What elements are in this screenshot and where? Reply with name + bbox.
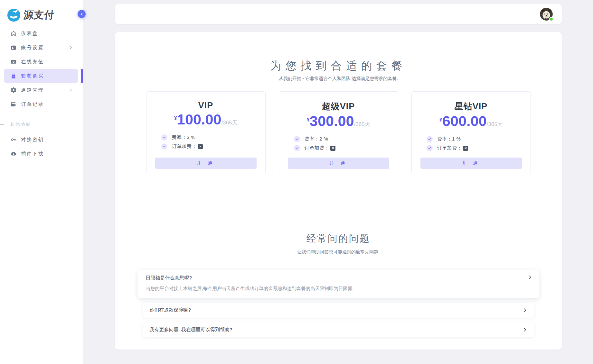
sidebar-item-main-5[interactable]: 订单记录 [4,97,78,111]
plan-period: /365天 [221,120,238,126]
feature-row: 费率：3 % [161,134,265,141]
check-icon [428,146,431,150]
plan-name: 超级VIP [279,101,398,112]
currency-symbol: ¥ [439,117,442,123]
plan-period: /365天 [354,121,370,127]
online-status-dot [549,17,553,21]
check-icon [295,146,299,150]
x-square-icon [198,144,203,149]
user-avatar[interactable] [540,8,553,21]
check-circle [294,136,300,142]
plan-card-2: 星钻VIP¥600.00/365天费率：1 %订单加费：开 通 [411,91,531,174]
sidebar-item-extra-1[interactable]: 插件下载 [4,147,78,161]
plan-name: 星钻VIP [412,101,531,112]
sidebar-item-main-3[interactable]: 套餐购买 [4,69,78,83]
check-circle [161,143,167,150]
check-icon [163,136,166,139]
pricing-plans: VIP¥100.00/365天费率：3 %订单加费：开 通超级VIP¥300.0… [115,91,562,174]
check-icon [295,137,299,141]
chevron-right-icon [528,275,532,280]
feature-label: 订单加费： [305,145,330,151]
faq-question: 日限额是什么意思呢? [146,275,531,281]
check-icon [163,145,166,148]
plan-features: 费率：3 %订单加费： [161,134,265,150]
sidebar-item-main-4[interactable]: 通道管理 [4,83,78,97]
sidebar-item-main-0[interactable]: 仪表盘 [4,26,78,41]
x-icon [199,145,202,148]
x-icon [332,147,334,150]
sidebar-item-main-2[interactable]: 在线充值 [4,55,78,69]
sidebar-section-label: 其他功能 [10,122,31,127]
chevron-right-icon [522,327,527,332]
gear-icon [10,87,17,93]
check-circle [294,145,300,151]
faq-question: 我有更多问题. 我在哪里可以得到帮助? [150,327,232,333]
recharge-icon [10,59,17,65]
faq-item-2[interactable]: 我有更多问题. 我在哪里可以得到帮助? [143,322,534,337]
check-circle [427,136,433,142]
feature-label: 订单加费： [437,145,462,151]
feature-row: 费率：1 % [427,136,531,142]
plan-card-0: VIP¥100.00/365天费率：3 %订单加费：开 通 [146,91,266,174]
section-dash [0,124,4,125]
check-icon [428,137,431,141]
faq-answer: 当您的平台对接上本站之后,每个用户当天所产生成功订单的金额总和达到套餐的当天限制… [146,286,531,292]
currency-symbol: ¥ [174,115,177,122]
sidebar-collapse-button[interactable] [78,10,86,18]
x-square-icon [330,146,335,151]
feature-row: 订单加费： [161,143,265,150]
home-icon [10,30,17,37]
x-icon [464,147,467,150]
sidebar-section: 其他功能 [0,122,83,127]
sidebar-item-extra-0[interactable]: 对接密钥 [4,132,78,147]
logo-text: 源支付 [23,8,55,22]
faq-title: 经常问的问题 [115,232,562,245]
plan-price: 300.00 [310,113,354,129]
faq-item-0[interactable]: 日限额是什么意思呢?当您的平台对接上本站之后,每个用户当天所产生成功订单的金额总… [138,270,539,298]
feature-label: 费率：2 % [305,136,328,142]
sidebar-item-label: 在线充值 [21,59,44,65]
chevron-right-icon [522,308,527,313]
check-circle [427,145,433,151]
faq-question: 你们有退款保障嘛? [150,307,191,313]
feature-label: 费率：1 % [437,136,461,142]
chevron-right-icon [69,46,73,50]
sidebar-item-label: 订单记录 [21,101,44,107]
sidebar-item-main-1[interactable]: 账号设置 [4,41,78,55]
plan-price-row: ¥600.00/365天 [412,113,531,130]
feature-row: 订单加费： [427,145,531,151]
wallet-icon [10,101,17,107]
cloud-download-icon [10,150,17,157]
feature-label: 费率：3 % [172,134,196,141]
feature-label: 订单加费： [172,143,197,150]
plan-name: VIP [146,101,265,111]
plan-price: 600.00 [442,113,487,129]
sidebar: 源支付 仪表盘账号设置在线充值套餐购买通道管理订单记录其他功能对接密钥插件下载 [0,0,83,364]
sidebar-menu: 仪表盘账号设置在线充值套餐购买通道管理订单记录其他功能对接密钥插件下载 [0,26,83,161]
plan-price: 100.00 [177,111,221,128]
brand-logo-icon [6,8,21,23]
key-icon [10,136,17,143]
plan-features: 费率：2 %订单加费： [294,136,398,151]
plan-features: 费率：1 %订单加费： [427,136,531,151]
plan-price-row: ¥300.00/365天 [279,113,398,130]
sidebar-item-label: 插件下载 [21,151,44,157]
logo-link[interactable]: 源支付 [6,8,54,23]
open-plan-button[interactable]: 开 通 [155,158,257,169]
plan-price-row: ¥100.00/365天 [146,111,265,128]
currency-symbol: ¥ [306,117,309,123]
chevron-right-icon [69,88,73,92]
feature-row: 订单加费： [294,145,398,151]
open-plan-button[interactable]: 开 通 [420,158,522,169]
sidebar-item-label: 套餐购买 [21,73,44,79]
check-circle [161,134,167,141]
shopping-bag-icon [10,73,17,79]
faq-item-1[interactable]: 你们有退款保障嘛? [143,303,534,318]
main-panel: 为您找到合适的套餐 从我们开始 - 它非常适合个人和团队.选择满足您需求的套餐.… [115,32,562,350]
sidebar-item-label: 仪表盘 [21,31,38,37]
faq-list: 日限额是什么意思呢?当您的平台对接上本站之后,每个用户当天所产生成功订单的金额总… [115,270,562,337]
open-plan-button[interactable]: 开 通 [288,158,389,169]
plan-card-1: 超级VIP¥300.00/365天费率：2 %订单加费：开 通 [279,91,398,174]
topbar [115,4,562,24]
chevron-left-icon [80,12,84,16]
